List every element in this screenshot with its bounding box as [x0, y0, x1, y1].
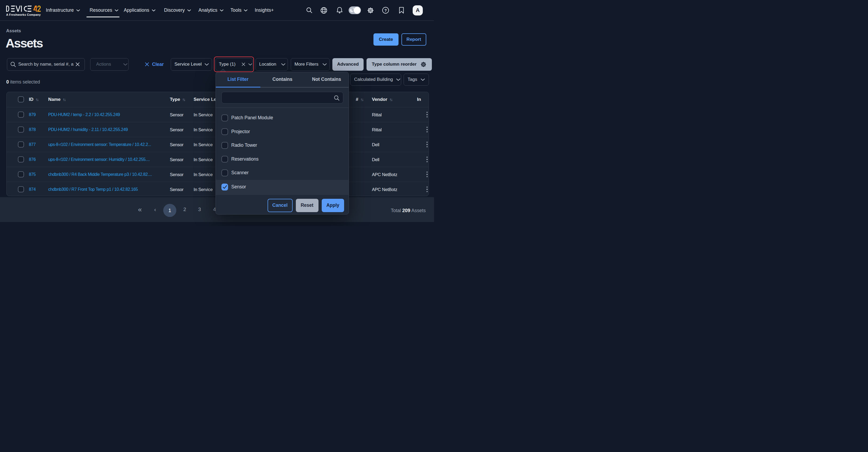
- svg-text:?: ?: [384, 8, 387, 12]
